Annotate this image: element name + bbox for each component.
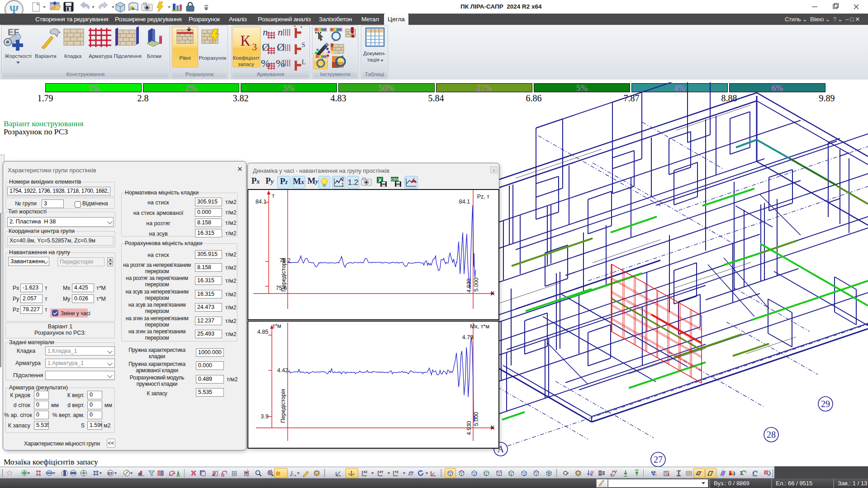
svg-text:Коефіцієнт: Коефіцієнт (233, 55, 260, 61)
svg-text:4.930: 4.930 (466, 421, 472, 435)
svg-text:Арматура: Арматура (89, 53, 113, 59)
svg-text:84.1: 84.1 (459, 199, 470, 205)
svg-text:29: 29 (821, 399, 830, 409)
svg-text:3: 3 (252, 41, 257, 52)
svg-text:Розрахунок: Розрахунок (199, 55, 227, 61)
svg-text:Підсилення: Підсилення (114, 53, 142, 59)
svg-text:Жорсткості: Жорсткості (5, 53, 31, 59)
svg-text:запасу: запасу (238, 61, 254, 67)
svg-text:1.2: 1.2 (611, 474, 614, 477)
svg-text:L: L (290, 470, 294, 475)
svg-text:Ψ: Ψ (9, 3, 19, 14)
svg-text:тація: тація (367, 57, 379, 62)
svg-text:YZ: YZ (395, 470, 398, 474)
svg-text:n: n (278, 26, 283, 38)
svg-text:К: К (240, 32, 251, 49)
svg-text:3.9: 3.9 (261, 413, 268, 420)
svg-text:Докумен-: Докумен- (363, 50, 386, 56)
svg-text:EF: EF (108, 471, 113, 476)
svg-text:Варіанти: Варіанти (35, 53, 56, 59)
svg-text:X: X (491, 290, 495, 297)
svg-text:XZ: XZ (364, 470, 367, 474)
svg-text:Передісторія: Передісторія (280, 258, 287, 292)
svg-text:Кладка: Кладка (64, 53, 82, 59)
svg-text:L: L (302, 59, 306, 66)
svg-text:27: 27 (654, 455, 663, 464)
svg-text:X: X (491, 424, 495, 431)
svg-text:1.2: 1.2 (614, 469, 617, 472)
svg-text:т*м: т*м (272, 323, 281, 329)
svg-text:Передісторія: Передісторія (280, 389, 286, 423)
svg-text:5.000: 5.000 (473, 278, 479, 292)
svg-text:84.1: 84.1 (256, 199, 266, 205)
svg-text:Блоки: Блоки (147, 53, 161, 59)
svg-text:*: * (300, 25, 303, 31)
svg-text:Pz, т: Pz, т (477, 194, 490, 200)
svg-text:4.85: 4.85 (257, 329, 268, 335)
svg-text:12: 12 (590, 470, 594, 474)
svg-text:n: n (263, 26, 268, 38)
svg-text:S: S (302, 42, 305, 48)
svg-text:т: т (272, 193, 275, 199)
svg-text:28: 28 (767, 430, 776, 440)
svg-text:Mx, т*м: Mx, т*м (470, 323, 489, 330)
svg-text:Рівні: Рівні (179, 55, 190, 61)
svg-text:*: * (294, 25, 296, 30)
svg-text:4.42: 4.42 (277, 367, 288, 374)
svg-text:XY: XY (379, 470, 384, 474)
